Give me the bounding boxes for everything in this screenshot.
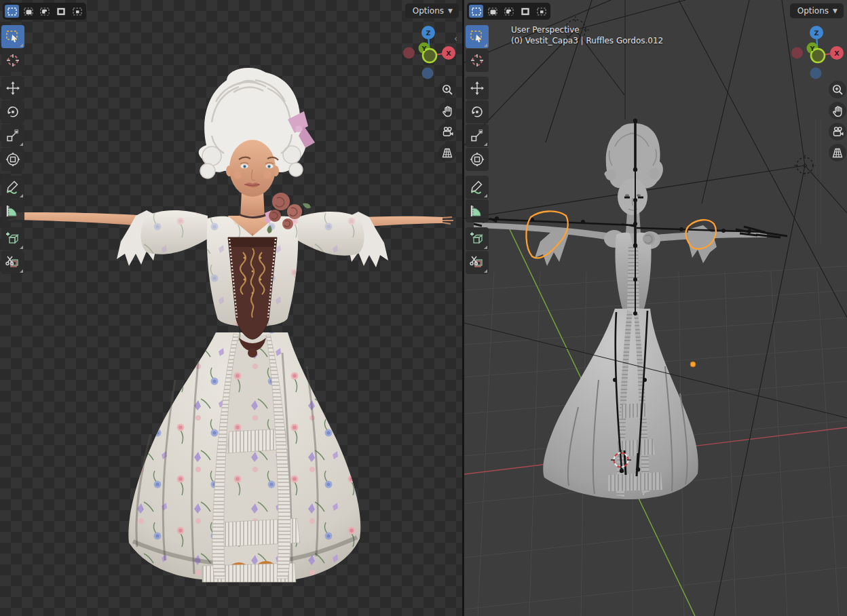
viewport-solid[interactable]: Options ▼ User Perspective (0) Vestit_Ca… <box>464 0 847 616</box>
cursor-arrow-icon <box>12 35 17 42</box>
tool-cut[interactable] <box>466 251 489 274</box>
chevron-down-icon: ▼ <box>448 7 453 14</box>
hand-icon <box>831 104 844 117</box>
tool-transform[interactable] <box>466 148 489 171</box>
select-extend-mode-button[interactable] <box>485 5 500 18</box>
navigation-gizmo[interactable]: Z Y X <box>403 23 460 81</box>
select-subtract-mode-button[interactable] <box>502 5 516 18</box>
options-label: Options <box>797 6 829 16</box>
tool-measure[interactable] <box>466 199 489 223</box>
select-invert-mode-button[interactable] <box>54 5 68 18</box>
tool-cursor[interactable] <box>1 49 24 72</box>
axis-neg-z-ball[interactable] <box>422 68 434 79</box>
viewport-overlay-text: User Perspective (0) Vestit_Capa3 | Ruff… <box>511 24 663 46</box>
tool-rotate[interactable] <box>1 100 24 123</box>
tool-annotate[interactable] <box>466 176 489 199</box>
solid-scene[interactable] <box>464 0 847 616</box>
zoom-icon <box>831 83 844 96</box>
select-intersect-mode-button[interactable] <box>534 5 548 18</box>
tool-add-cube[interactable] <box>466 227 489 250</box>
select-mode-group <box>3 3 86 20</box>
view-perspective-label: User Perspective <box>511 24 663 35</box>
projection-toggle-button[interactable] <box>829 144 846 161</box>
zoom-icon <box>440 83 454 96</box>
zoom-button[interactable] <box>438 81 456 98</box>
tool-annotate[interactable] <box>1 176 24 199</box>
camera-icon <box>440 125 454 138</box>
axis-neg-x-ball[interactable] <box>403 47 415 59</box>
axis-x-label: X <box>446 50 451 57</box>
grid-perspective-icon <box>831 146 844 159</box>
tool-select-box[interactable] <box>466 25 489 48</box>
select-mode-group <box>467 3 550 20</box>
tool-move[interactable] <box>1 77 24 100</box>
viewport-rendered[interactable]: Options ▼ <box>0 0 462 616</box>
pan-button[interactable] <box>438 102 456 119</box>
tool-cut[interactable] <box>1 251 24 274</box>
axis-x-label: X <box>834 50 840 57</box>
tool-add-cube[interactable] <box>1 227 24 250</box>
tool-cursor[interactable] <box>466 49 489 72</box>
options-dropdown[interactable]: Options ▼ <box>405 3 459 18</box>
viewport-nav-buttons <box>438 81 456 161</box>
axis-y-label: Y <box>421 45 427 52</box>
options-label: Options <box>413 6 444 16</box>
tool-move[interactable] <box>466 77 489 100</box>
active-object-label: (0) Vestit_Capa3 | Ruffles Gordos.012 <box>511 35 663 46</box>
axis-neg-x-ball[interactable] <box>791 47 803 59</box>
camera-icon <box>831 125 844 138</box>
toolbar <box>1 25 24 274</box>
tool-rotate[interactable] <box>466 100 489 123</box>
tool-scale[interactable] <box>1 124 24 147</box>
select-extend-mode-button[interactable] <box>21 5 35 18</box>
rendered-scene[interactable] <box>0 0 462 616</box>
object-origin-dot[interactable] <box>690 362 696 367</box>
select-intersect-mode-button[interactable] <box>70 5 84 18</box>
axis-z-label: Z <box>426 29 431 37</box>
grid-perspective-icon <box>440 146 454 159</box>
wireframe-objects[interactable] <box>464 0 847 616</box>
pan-button[interactable] <box>829 102 846 119</box>
viewport-nav-buttons <box>829 81 846 161</box>
axis-y-label: Y <box>810 45 815 52</box>
camera-view-button[interactable] <box>438 123 456 140</box>
hand-icon <box>440 104 454 117</box>
cursor-arrow-icon <box>476 35 481 42</box>
select-set-mode-button[interactable] <box>5 5 19 18</box>
toolbar <box>466 25 489 274</box>
tool-measure[interactable] <box>1 199 24 223</box>
axis-neg-z-ball[interactable] <box>810 68 822 79</box>
viewport-splitter[interactable] <box>462 0 464 616</box>
axis-z-label: Z <box>814 29 819 37</box>
head <box>199 68 315 197</box>
options-dropdown[interactable]: Options ▼ <box>790 3 844 18</box>
select-set-mode-button[interactable] <box>469 5 483 18</box>
select-subtract-mode-button[interactable] <box>37 5 52 18</box>
tool-select-box[interactable] <box>1 25 24 48</box>
tool-transform[interactable] <box>1 148 24 171</box>
chevron-down-icon: ▼ <box>833 7 837 14</box>
camera-view-button[interactable] <box>829 123 846 140</box>
character-model[interactable] <box>5 68 453 582</box>
navigation-gizmo[interactable]: Z Y X <box>791 23 847 81</box>
zoom-button[interactable] <box>829 81 846 98</box>
select-invert-mode-button[interactable] <box>518 5 532 18</box>
sidebar-toggle[interactable]: ‹ <box>454 34 457 43</box>
tool-scale[interactable] <box>466 124 489 147</box>
projection-toggle-button[interactable] <box>438 144 456 161</box>
